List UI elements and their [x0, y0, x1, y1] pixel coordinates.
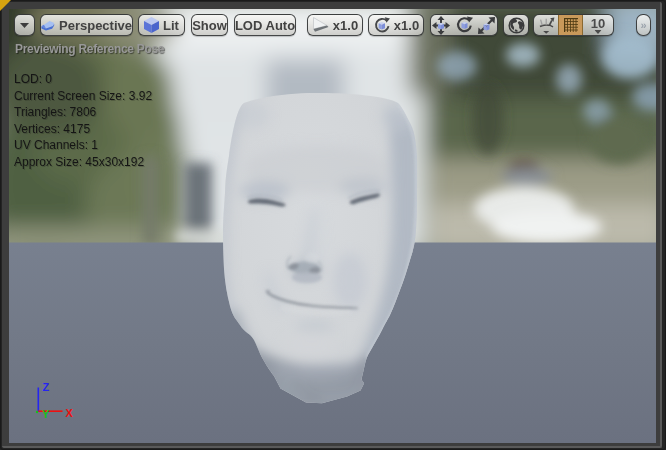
svg-text:Y: Y [42, 408, 50, 420]
svg-text:X: X [66, 407, 74, 419]
svg-text:Z: Z [43, 381, 50, 393]
